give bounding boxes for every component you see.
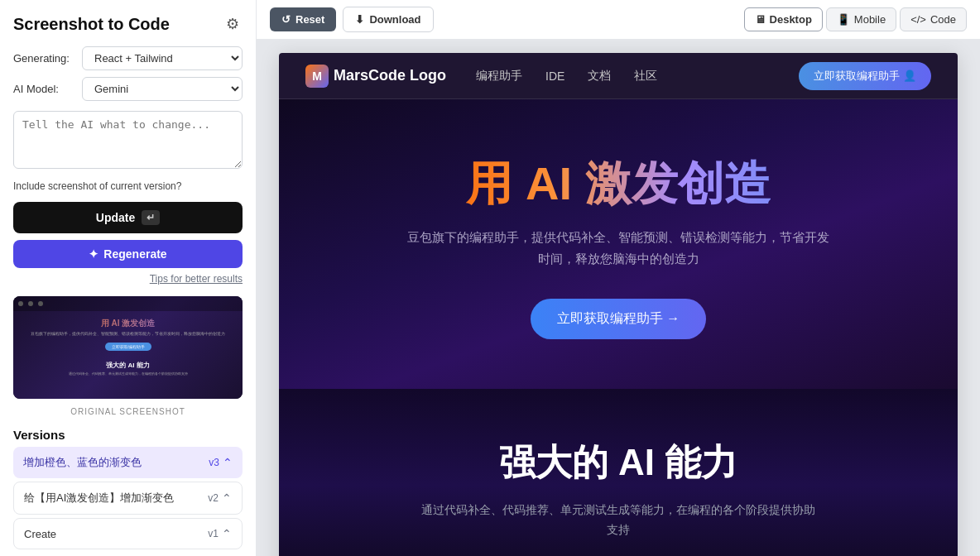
landing-section: 强大的 AI 能力 通过代码补全、代码推荐、单元测试生成等能力，在编程的各个阶段… [279,389,958,556]
download-button[interactable]: ⬇ Download [343,7,433,32]
mini-nav [13,296,243,311]
original-screenshot-label: ORIGINAL SCREENSHOT [0,404,256,421]
lp-logo: M MarsCode Logo [305,65,446,88]
version-badge-v1: v1 ⌃ [208,527,232,540]
version-item-v3[interactable]: 增加橙色、蓝色的渐变色 v3 ⌃ [13,447,243,478]
screenshot-preview: 用 AI 激发创造 豆包旗下的编程助手，提供代码补全、智能预测、错误检测等能力，… [13,296,243,399]
ai-model-label: AI Model: [13,83,75,95]
reset-button[interactable]: ↺ Reset [270,7,336,31]
generating-row: Generating: React + Tailwind [0,43,256,74]
ai-model-row: AI Model: Gemini [0,74,256,104]
screenshot-check-label: Include screenshot of current version? [0,179,256,199]
update-button[interactable]: Update ↵ [13,202,243,233]
left-panel: Screenshot to Code ⚙ Generating: React +… [0,0,257,556]
desktop-view-button[interactable]: 🖥 Desktop [744,7,823,31]
mini-nav-dot [28,301,33,306]
mini-nav-dot [18,301,23,306]
update-label: Update [96,211,135,224]
version-badge-v3: v3 ⌃ [209,456,233,469]
left-header: Screenshot to Code ⚙ [0,0,256,43]
chevron-v3: ⌃ [223,456,233,469]
change-textarea-wrap [0,104,256,179]
code-label: Code [930,13,956,26]
desktop-icon: 🖥 [755,13,766,26]
change-textarea[interactable] [13,111,243,169]
regenerate-icon: ✦ [89,247,98,261]
version-badge-v2: v2 ⌃ [208,491,232,505]
view-toggle: 🖥 Desktop 📱 Mobile </> Code [744,7,967,31]
landing-nav: M MarsCode Logo 编程助手 IDE 文档 社区 立即获取编程助手 … [279,53,958,99]
generating-select[interactable]: React + Tailwind [82,46,243,70]
hero-title: 用 AI 激发创造 [466,157,770,210]
version-label-v3: 增加橙色、蓝色的渐变色 [23,455,142,470]
reset-label: Reset [295,13,324,26]
enter-badge: ↵ [142,210,160,225]
preview-area: M MarsCode Logo 编程助手 IDE 文档 社区 立即获取编程助手 … [257,40,980,556]
mini-preview-bg: 用 AI 激发创造 豆包旗下的编程助手，提供代码补全、智能预测、错误检测等能力，… [13,296,243,399]
mini-hero-title: 用 AI 激发创造 [20,318,236,329]
mini-nav-dot [38,301,43,306]
ai-model-select[interactable]: Gemini [82,77,243,101]
section-title: 强大的 AI 能力 [312,439,925,487]
generating-label: Generating: [13,52,75,65]
top-bar: ↺ Reset ⬇ Download 🖥 Desktop 📱 Mobile </… [257,0,980,40]
code-icon: </> [910,13,926,26]
logo-text: MarsCode Logo [334,67,446,84]
mini-hero-btn: 立即获取编程助手 [105,343,151,351]
mini-section-title: 强大的 AI 能力 [20,361,236,370]
mobile-icon: 📱 [837,13,850,26]
nav-link-community[interactable]: 社区 [634,69,657,84]
download-icon: ⬇ [355,13,364,26]
versions-title: Versions [13,428,243,442]
versions-section: Versions 增加橙色、蓝色的渐变色 v3 ⌃ 给【用AI激发创造】增加渐变… [0,421,256,556]
settings-button[interactable]: ⚙ [223,13,243,35]
nav-link-ide[interactable]: IDE [545,70,564,83]
nav-link-programming[interactable]: 编程助手 [476,69,522,84]
version-label-v1: Create [24,528,56,540]
mini-section: 强大的 AI 能力 通过代码补全、代码推荐、单元测试生成等能力，在编程的各个阶段… [13,354,243,382]
app-title: Screenshot to Code [13,15,170,34]
mini-section-sub: 通过代码补全、代码推荐、单元测试生成等能力，在编程的各个阶段提供协助支持 [20,371,236,376]
hero-cta-button[interactable]: 立即获取编程助手 → [531,299,706,339]
version-label-v2: 给【用AI激发创造】增加渐变色 [24,491,174,506]
reset-icon: ↺ [281,13,291,26]
chevron-v1: ⌃ [222,527,232,540]
download-label: Download [369,13,420,26]
regenerate-button[interactable]: ✦ Regenerate [13,240,243,268]
desktop-label: Desktop [770,13,812,26]
chevron-v2: ⌃ [222,491,232,505]
marscode-logo-icon: M [305,65,329,88]
section-subtitle: 通过代码补全、代码推荐、单元测试生成等能力，在编程的各个阶段提供协助支持 [420,501,817,540]
version-item-v2[interactable]: 给【用AI激发创造】增加渐变色 v2 ⌃ [13,482,243,515]
mobile-label: Mobile [854,13,886,26]
landing-hero: 用 AI 激发创造 豆包旗下的编程助手，提供代码补全、智能预测、错误检测等能力，… [279,99,958,389]
nav-link-docs[interactable]: 文档 [588,69,611,84]
right-panel: ↺ Reset ⬇ Download 🖥 Desktop 📱 Mobile </… [257,0,980,556]
preview-frame: M MarsCode Logo 编程助手 IDE 文档 社区 立即获取编程助手 … [279,53,958,556]
hero-subtitle: 豆包旗下的编程助手，提供代码补全、智能预测、错误检测等能力，节省开发时间，释放您… [403,227,833,269]
mobile-view-button[interactable]: 📱 Mobile [826,7,896,31]
code-view-button[interactable]: </> Code [900,7,967,31]
mini-hero: 用 AI 激发创造 豆包旗下的编程助手，提供代码补全、智能预测、错误检测等能力，… [13,311,243,354]
nav-cta-button[interactable]: 立即获取编程助手 👤 [799,62,931,90]
regenerate-label: Regenerate [103,247,166,261]
version-item-v1[interactable]: Create v1 ⌃ [13,518,243,549]
mini-hero-sub: 豆包旗下的编程助手，提供代码补全、智能预测、错误检测等能力，节省开发时间，释放您… [20,331,236,337]
tips-link[interactable]: Tips for better results [0,271,256,291]
